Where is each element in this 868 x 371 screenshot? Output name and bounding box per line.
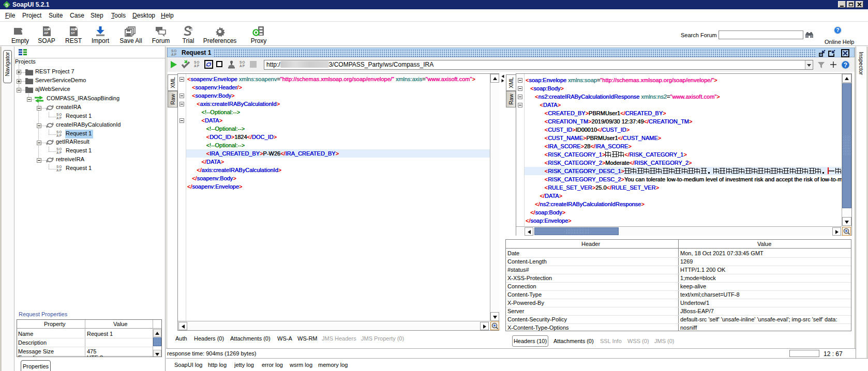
svg-text:S: S bbox=[5, 3, 8, 8]
svg-text:?: ? bbox=[844, 61, 847, 69]
svg-text:?: ? bbox=[836, 27, 839, 33]
svg-text:SO: SO bbox=[44, 28, 49, 31]
svg-text:RE: RE bbox=[71, 28, 75, 31]
svg-text:30: 30 bbox=[190, 28, 193, 31]
svg-text:AP: AP bbox=[44, 32, 48, 35]
svg-text:ST: ST bbox=[71, 32, 75, 35]
